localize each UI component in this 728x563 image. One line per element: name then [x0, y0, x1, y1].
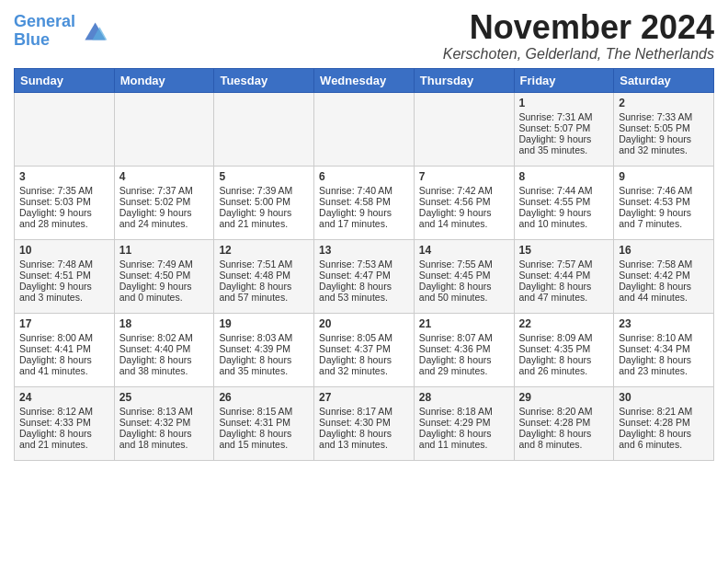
calendar-cell: 24Sunrise: 8:12 AMSunset: 4:33 PMDayligh… [15, 386, 115, 460]
day-info-line: Sunset: 5:02 PM [119, 196, 210, 207]
day-info-line: Sunset: 4:51 PM [19, 270, 109, 281]
day-info-line: Sunrise: 7:58 AM [619, 259, 709, 270]
day-info-line: Sunset: 4:34 PM [619, 343, 709, 354]
day-info-line: Sunset: 4:45 PM [419, 270, 509, 281]
week-row-0: 1Sunrise: 7:31 AMSunset: 5:07 PMDaylight… [15, 92, 714, 166]
day-info-line: Sunrise: 7:49 AM [119, 259, 210, 270]
col-friday: Friday [514, 68, 614, 92]
day-info-line: Daylight: 9 hours and 24 minutes. [119, 207, 210, 229]
day-info-line: Sunrise: 8:07 AM [419, 332, 509, 343]
day-info-line: Sunset: 4:56 PM [419, 196, 509, 207]
day-info-line: Daylight: 8 hours and 13 minutes. [319, 428, 409, 450]
day-info-line: Sunrise: 8:13 AM [119, 406, 210, 417]
day-info-line: Sunrise: 8:17 AM [319, 406, 409, 417]
day-info-line: Daylight: 8 hours and 57 minutes. [219, 281, 309, 303]
calendar-cell: 25Sunrise: 8:13 AMSunset: 4:32 PMDayligh… [114, 386, 214, 460]
day-info-line: Sunset: 4:35 PM [519, 343, 609, 354]
day-number: 14 [419, 244, 509, 257]
day-info-line: Daylight: 9 hours and 3 minutes. [19, 281, 109, 303]
day-info-line: Sunrise: 7:33 AM [619, 111, 709, 122]
day-number: 27 [319, 391, 409, 404]
col-saturday: Saturday [614, 68, 714, 92]
day-number: 17 [19, 317, 109, 330]
day-info-line: Sunrise: 8:12 AM [19, 406, 109, 417]
day-info-line: Sunset: 4:30 PM [319, 417, 409, 428]
day-number: 28 [419, 391, 509, 404]
week-row-1: 3Sunrise: 7:35 AMSunset: 5:03 PMDaylight… [15, 166, 714, 239]
calendar-cell: 28Sunrise: 8:18 AMSunset: 4:29 PMDayligh… [414, 386, 514, 460]
day-number: 1 [519, 97, 609, 109]
day-number: 22 [519, 317, 609, 330]
day-info-line: Sunset: 4:39 PM [219, 343, 309, 354]
day-number: 19 [219, 317, 309, 330]
day-info-line: Sunrise: 8:20 AM [519, 406, 609, 417]
logo-text: General Blue [14, 13, 75, 50]
day-number: 3 [19, 170, 109, 183]
col-monday: Monday [114, 68, 214, 92]
day-info-line: Sunrise: 7:37 AM [119, 185, 210, 196]
day-info-line: Daylight: 8 hours and 41 minutes. [19, 354, 109, 376]
day-info-line: Sunrise: 7:39 AM [219, 185, 309, 196]
calendar-cell: 7Sunrise: 7:42 AMSunset: 4:56 PMDaylight… [414, 166, 514, 239]
day-info-line: Sunrise: 7:55 AM [419, 259, 509, 270]
calendar-cell: 6Sunrise: 7:40 AMSunset: 4:58 PMDaylight… [314, 166, 415, 239]
col-thursday: Thursday [414, 68, 514, 92]
calendar-cell: 4Sunrise: 7:37 AMSunset: 5:02 PMDaylight… [114, 166, 214, 239]
day-info-line: Sunrise: 7:46 AM [619, 185, 709, 196]
day-info-line: Sunset: 4:53 PM [619, 196, 709, 207]
day-info-line: Sunset: 4:37 PM [319, 343, 409, 354]
day-number: 15 [519, 244, 609, 257]
calendar-cell [414, 92, 514, 166]
calendar-cell: 22Sunrise: 8:09 AMSunset: 4:35 PMDayligh… [514, 313, 614, 386]
day-info-line: Daylight: 8 hours and 50 minutes. [419, 281, 509, 303]
day-info-line: Daylight: 8 hours and 44 minutes. [619, 281, 709, 303]
day-info-line: Daylight: 9 hours and 32 minutes. [619, 133, 709, 155]
calendar-cell: 13Sunrise: 7:53 AMSunset: 4:47 PMDayligh… [314, 239, 415, 313]
calendar-cell: 8Sunrise: 7:44 AMSunset: 4:55 PMDaylight… [514, 166, 614, 239]
day-number: 2 [619, 97, 709, 109]
day-info-line: Sunset: 4:50 PM [119, 270, 210, 281]
calendar-cell: 17Sunrise: 8:00 AMSunset: 4:41 PMDayligh… [15, 313, 115, 386]
day-number: 16 [619, 244, 709, 257]
calendar-body: 1Sunrise: 7:31 AMSunset: 5:07 PMDaylight… [15, 92, 714, 460]
calendar-cell [214, 92, 314, 166]
page: General Blue November 2024 Kerschoten, G… [0, 0, 728, 470]
day-info-line: Daylight: 9 hours and 17 minutes. [319, 207, 409, 229]
day-number: 9 [619, 170, 709, 183]
day-number: 5 [219, 170, 309, 183]
header-row: Sunday Monday Tuesday Wednesday Thursday… [15, 68, 714, 92]
day-number: 6 [319, 170, 409, 183]
header: General Blue November 2024 Kerschoten, G… [14, 9, 714, 63]
calendar-cell: 14Sunrise: 7:55 AMSunset: 4:45 PMDayligh… [414, 239, 514, 313]
day-info-line: Daylight: 8 hours and 11 minutes. [419, 428, 509, 450]
calendar-cell: 27Sunrise: 8:17 AMSunset: 4:30 PMDayligh… [314, 386, 415, 460]
title-area: November 2024 Kerschoten, Gelderland, Th… [443, 9, 714, 63]
day-info-line: Sunrise: 8:05 AM [319, 332, 409, 343]
day-info-line: Sunset: 4:28 PM [519, 417, 609, 428]
day-number: 21 [419, 317, 509, 330]
day-number: 23 [619, 317, 709, 330]
day-info-line: Daylight: 8 hours and 29 minutes. [419, 354, 509, 376]
day-number: 26 [219, 391, 309, 404]
day-info-line: Sunset: 5:05 PM [619, 122, 709, 133]
calendar-cell: 11Sunrise: 7:49 AMSunset: 4:50 PMDayligh… [114, 239, 214, 313]
calendar-cell [15, 92, 115, 166]
day-info-line: Sunrise: 8:02 AM [119, 332, 210, 343]
calendar-cell: 12Sunrise: 7:51 AMSunset: 4:48 PMDayligh… [214, 239, 314, 313]
day-number: 29 [519, 391, 609, 404]
day-info-line: Daylight: 8 hours and 47 minutes. [519, 281, 609, 303]
day-info-line: Daylight: 8 hours and 53 minutes. [319, 281, 409, 303]
day-number: 12 [219, 244, 309, 257]
day-info-line: Sunset: 4:40 PM [119, 343, 210, 354]
day-number: 18 [119, 317, 210, 330]
day-number: 4 [119, 170, 210, 183]
day-info-line: Daylight: 8 hours and 6 minutes. [619, 428, 709, 450]
day-number: 20 [319, 317, 409, 330]
day-info-line: Daylight: 9 hours and 14 minutes. [419, 207, 509, 229]
day-number: 7 [419, 170, 509, 183]
day-info-line: Daylight: 8 hours and 21 minutes. [19, 428, 109, 450]
day-info-line: Daylight: 8 hours and 23 minutes. [619, 354, 709, 376]
col-tuesday: Tuesday [214, 68, 314, 92]
day-info-line: Sunrise: 8:15 AM [219, 406, 309, 417]
week-row-2: 10Sunrise: 7:48 AMSunset: 4:51 PMDayligh… [15, 239, 714, 313]
